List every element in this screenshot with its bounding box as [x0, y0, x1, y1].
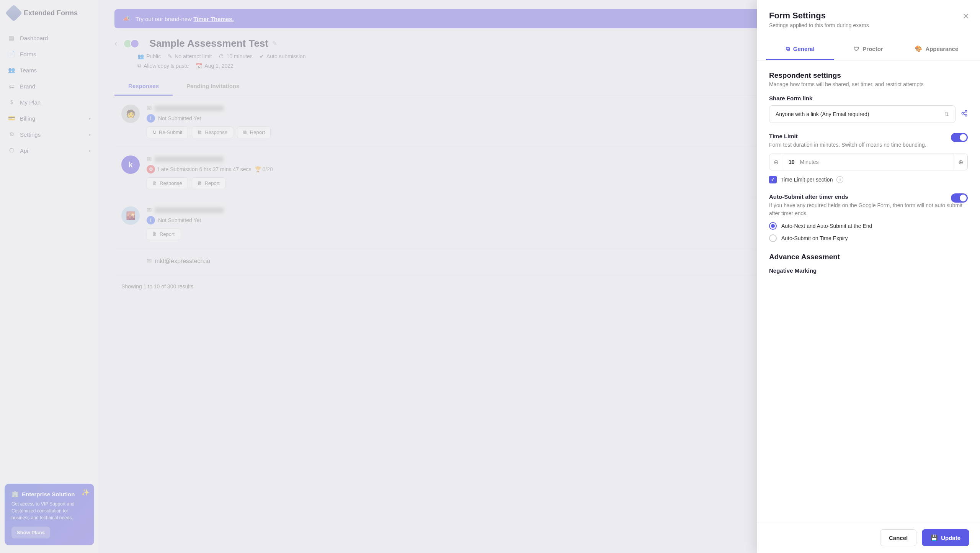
select-value: Anyone with a link (Any Email required)	[776, 111, 869, 117]
share-icon[interactable]	[961, 109, 968, 119]
share-select[interactable]: Anyone with a link (Any Email required) …	[769, 105, 956, 123]
auto-submit-toggle[interactable]	[951, 193, 968, 203]
section-header: Respondent settings Manage how forms wil…	[769, 71, 968, 87]
time-limit-block: Time Limit	[769, 133, 968, 139]
radio-icon[interactable]	[769, 234, 777, 242]
close-button[interactable]: ✕	[962, 11, 969, 21]
tab-proctor[interactable]: 🛡Proctor	[834, 38, 902, 60]
radio-checked-icon[interactable]	[769, 222, 777, 230]
drawer-tabs: ⧉General 🛡Proctor 🎨Appearance	[757, 38, 980, 61]
save-icon: 💾	[931, 534, 938, 541]
code-icon: ⧉	[786, 45, 790, 52]
section-subtitle: Manage how forms will be shared, set tim…	[769, 81, 968, 87]
drawer-title: Form Settings	[769, 11, 968, 21]
tab-general[interactable]: ⧉General	[766, 38, 834, 60]
auto-submit-label: Auto-Submit after timer ends	[769, 193, 968, 200]
auto-submit-desc: If you have any required fields on the G…	[769, 201, 968, 218]
drawer-body: Respondent settings Manage how forms wil…	[757, 61, 980, 522]
decrement-button[interactable]: ⊖	[769, 154, 783, 170]
svg-point-1	[962, 113, 964, 115]
advance-title: Advance Assesment	[769, 253, 968, 261]
radio-label: Auto-Next and Auto-Submit at the End	[781, 223, 872, 229]
radio-option-1[interactable]: Auto-Next and Auto-Submit at the End	[769, 222, 968, 230]
chevron-updown-icon: ⇅	[944, 111, 949, 117]
stepper-value[interactable]: 10Minutes	[783, 154, 954, 170]
section-title: Respondent settings	[769, 71, 968, 80]
time-limit-desc: Form test duration in minutes. Switch of…	[769, 141, 968, 149]
radio-label: Auto-Submit on Time Expiry	[781, 235, 848, 241]
checkbox-label: Time Limit per section	[781, 177, 833, 183]
checkbox-checked-icon[interactable]: ✓	[769, 176, 777, 183]
drawer-footer: Cancel 💾Update	[757, 522, 980, 553]
svg-line-3	[963, 112, 965, 113]
per-section-row[interactable]: ✓ Time Limit per section i	[769, 176, 968, 183]
time-limit-label: Time Limit	[769, 133, 968, 139]
increment-button[interactable]: ⊕	[954, 154, 967, 170]
info-icon[interactable]: i	[836, 176, 843, 183]
radio-option-2[interactable]: Auto-Submit on Time Expiry	[769, 234, 968, 242]
negative-marking-label: Negative Marking	[769, 267, 968, 274]
settings-drawer: Form Settings Settings applied to this f…	[757, 0, 980, 553]
auto-submit-block: Auto-Submit after timer ends	[769, 193, 968, 200]
svg-line-4	[963, 114, 965, 115]
svg-point-2	[965, 115, 967, 116]
cancel-button[interactable]: Cancel	[880, 529, 916, 546]
update-button[interactable]: 💾Update	[922, 529, 969, 546]
drawer-header: Form Settings Settings applied to this f…	[757, 0, 980, 33]
time-stepper: ⊖ 10Minutes ⊕	[769, 154, 968, 170]
share-label: Share Form link	[769, 95, 968, 101]
time-limit-toggle[interactable]	[951, 133, 968, 142]
palette-icon: 🎨	[915, 45, 922, 52]
share-row: Anyone with a link (Any Email required) …	[769, 105, 968, 123]
shield-icon: 🛡	[854, 46, 859, 52]
tab-appearance[interactable]: 🎨Appearance	[903, 38, 971, 60]
svg-point-0	[965, 111, 967, 113]
drawer-subtitle: Settings applied to this form during exa…	[769, 22, 968, 28]
